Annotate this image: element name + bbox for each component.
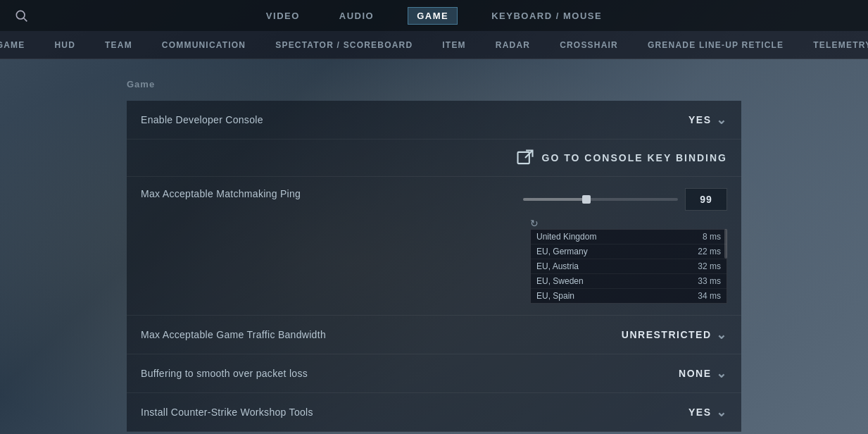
- server-name-at: EU, Austria: [536, 261, 579, 271]
- scrollbar[interactable]: [724, 229, 727, 259]
- bandwidth-row: Max Acceptable Game Traffic Bandwidth UN…: [127, 316, 741, 354]
- nav-keyboard-mouse[interactable]: KEYBOARD / MOUSE: [486, 8, 608, 24]
- server-ping-uk: 8 ms: [703, 232, 721, 242]
- ping-slider-track[interactable]: [523, 198, 678, 201]
- ping-slider-wrap: 99: [523, 188, 727, 211]
- main-content: Game Enable Developer Console YES ⌄ GO T…: [0, 59, 868, 434]
- subnav-telemetry[interactable]: TELEMETRY: [809, 37, 868, 53]
- enable-console-arrow-icon: ⌄: [716, 112, 728, 128]
- workshop-row: Install Counter-Strike Workshop Tools YE…: [127, 393, 741, 432]
- ping-value: 99: [700, 194, 712, 205]
- server-list: ↻ United Kingdom 8 ms EU, Germany 22 ms: [530, 218, 727, 304]
- server-row: EU, Germany 22 ms: [531, 244, 727, 259]
- nav-audio[interactable]: AUDIO: [334, 8, 379, 24]
- subnav-crosshair[interactable]: CROSSHAIR: [555, 37, 622, 53]
- refresh-icon[interactable]: ↻: [530, 218, 539, 229]
- enable-console-row: Enable Developer Console YES ⌄: [127, 101, 741, 140]
- server-ping-se: 33 ms: [698, 276, 721, 286]
- console-binding-button[interactable]: GO TO CONSOLE KEY BINDING: [515, 148, 727, 168]
- subnav-grenade-reticle[interactable]: GRENADE LINE-UP RETICLE: [643, 37, 788, 53]
- search-icon: [14, 8, 28, 23]
- buffering-row: Buffering to smooth over packet loss NON…: [127, 354, 741, 393]
- subnav-item[interactable]: ITEM: [438, 37, 470, 53]
- nav-video[interactable]: VIDEO: [260, 8, 306, 24]
- sub-nav: GAME HUD TEAM COMMUNICATION SPECTATOR / …: [0, 31, 868, 59]
- ping-controls: 99 ↻ United Kingdom 8 ms EU, Germany: [523, 188, 727, 304]
- buffering-arrow-icon: ⌄: [716, 366, 728, 381]
- subnav-spectator-scoreboard[interactable]: SPECTATOR / SCOREBOARD: [271, 37, 417, 53]
- svg-rect-2: [517, 152, 529, 163]
- server-name-es: EU, Spain: [536, 291, 574, 301]
- buffering-value: NONE: [679, 368, 711, 379]
- search-button[interactable]: [14, 8, 28, 23]
- console-binding-label: GO TO CONSOLE KEY BINDING: [542, 152, 727, 163]
- subnav-hud[interactable]: HUD: [50, 37, 80, 53]
- ping-label: Max Acceptable Matchmaking Ping: [141, 188, 301, 199]
- server-table-wrap: United Kingdom 8 ms EU, Germany 22 ms EU…: [530, 229, 727, 304]
- ping-slider-fill: [523, 198, 585, 201]
- bandwidth-arrow-icon: ⌄: [716, 327, 728, 342]
- workshop-dropdown[interactable]: YES ⌄: [688, 404, 727, 420]
- workshop-arrow-icon: ⌄: [716, 404, 728, 420]
- svg-point-0: [16, 11, 25, 19]
- enable-console-label: Enable Developer Console: [141, 114, 263, 125]
- ping-row: Max Acceptable Matchmaking Ping 99 ↻: [127, 177, 741, 316]
- bandwidth-dropdown[interactable]: UNRESTRICTED ⌄: [622, 327, 727, 342]
- buffering-dropdown[interactable]: NONE ⌄: [679, 366, 727, 381]
- subnav-game[interactable]: GAME: [0, 37, 29, 53]
- top-nav: VIDEO AUDIO GAME KEYBOARD / MOUSE: [0, 0, 868, 31]
- enable-console-dropdown[interactable]: YES ⌄: [688, 112, 727, 128]
- server-list-header: ↻: [530, 218, 727, 229]
- nav-game[interactable]: GAME: [408, 7, 458, 25]
- server-row: EU, Sweden 33 ms: [531, 274, 727, 289]
- ping-value-box[interactable]: 99: [685, 188, 727, 211]
- workshop-value: YES: [688, 407, 712, 418]
- server-ping-es: 34 ms: [698, 291, 721, 301]
- server-row: EU, Austria 32 ms: [531, 259, 727, 274]
- bandwidth-label: Max Acceptable Game Traffic Bandwidth: [141, 329, 326, 340]
- buffering-label: Buffering to smooth over packet loss: [141, 368, 308, 379]
- bandwidth-value: UNRESTRICTED: [622, 329, 712, 340]
- svg-line-1: [24, 18, 27, 22]
- workshop-label: Install Counter-Strike Workshop Tools: [141, 407, 313, 418]
- server-name-se: EU, Sweden: [536, 276, 584, 286]
- server-table: United Kingdom 8 ms EU, Germany 22 ms EU…: [530, 229, 727, 304]
- server-ping-de: 22 ms: [698, 247, 721, 256]
- subnav-radar[interactable]: RADAR: [491, 37, 534, 53]
- server-name-uk: United Kingdom: [536, 232, 596, 242]
- external-link-icon: [515, 148, 535, 168]
- enable-console-value: YES: [688, 114, 712, 125]
- console-binding-row: GO TO CONSOLE KEY BINDING: [127, 140, 741, 177]
- section-title: Game: [127, 79, 741, 89]
- server-row: EU, Spain 34 ms: [531, 289, 727, 303]
- server-name-de: EU, Germany: [536, 247, 588, 256]
- subnav-team[interactable]: TEAM: [101, 37, 137, 53]
- server-ping-at: 32 ms: [698, 261, 721, 271]
- server-row: United Kingdom 8 ms: [531, 230, 727, 244]
- ping-slider-thumb[interactable]: [582, 195, 591, 204]
- subnav-communication[interactable]: COMMUNICATION: [158, 37, 250, 53]
